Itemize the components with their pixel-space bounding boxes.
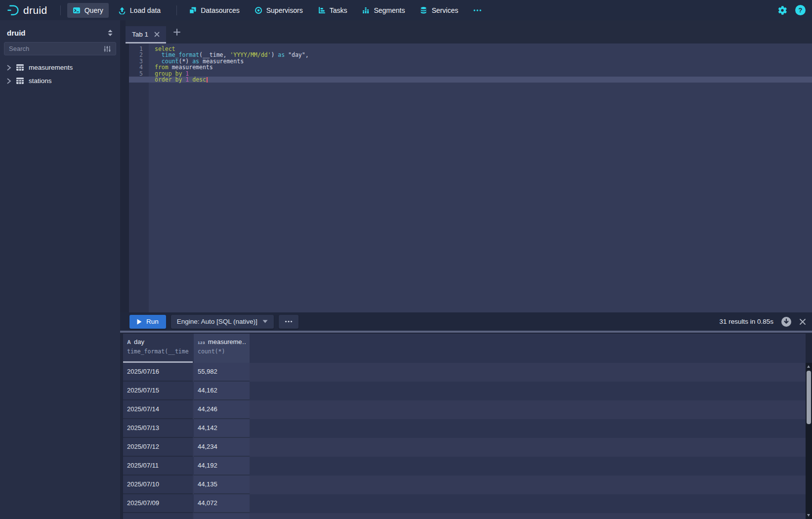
run-button-label: Run	[146, 318, 159, 325]
cell-day[interactable]: 2025/07/10	[123, 476, 193, 494]
line-number: 5	[129, 71, 149, 77]
tree-item-label: stations	[29, 77, 52, 85]
nav-item-tasks[interactable]: Tasks	[312, 3, 353, 18]
nav-item-supervisors[interactable]: Supervisors	[249, 3, 308, 18]
nav-divider	[176, 5, 177, 15]
nav-item-services[interactable]: Services	[414, 3, 464, 18]
text-cursor	[207, 77, 208, 83]
tab-tab1[interactable]: Tab 1	[126, 26, 166, 43]
code-line[interactable]: time_format(__time, 'YYYY/MM/dd') as "da…	[155, 52, 812, 58]
chevron-right-icon	[7, 65, 11, 71]
double-caret-vertical-icon[interactable]	[107, 29, 113, 37]
cell-day[interactable]: 2025/07/12	[123, 438, 193, 457]
column-name: measureme…	[208, 338, 246, 346]
nav-item-segments[interactable]: Segments	[356, 3, 410, 18]
code-line[interactable]: from measurements	[155, 64, 812, 70]
query-tab-bar: Tab 1	[126, 20, 812, 43]
cell-measurements[interactable]: 44,072	[194, 494, 250, 513]
cell-day[interactable]: 2025/07/15	[123, 382, 193, 400]
supervisors-icon	[255, 6, 262, 14]
cell-measurements[interactable]: 44,142	[194, 419, 250, 438]
tab-label: Tab 1	[132, 31, 148, 38]
cell-day[interactable]: 2025/07/14	[123, 400, 193, 419]
top-nav: druid Query Load data Dat	[0, 0, 812, 20]
logo-text: druid	[23, 4, 47, 16]
column-expression: count(*)	[198, 348, 246, 355]
more-dots-icon	[473, 9, 482, 12]
nav-item-datasources[interactable]: Datasources	[183, 3, 245, 18]
line-number: 4	[129, 64, 149, 70]
nav-item-load-data[interactable]: Load data	[113, 3, 166, 18]
table-row: 2025/07/0944,072	[123, 494, 806, 513]
druid-logo[interactable]: druid	[6, 3, 47, 17]
cell-day[interactable]	[123, 513, 193, 519]
more-dots-icon	[285, 320, 293, 323]
tab-close-icon[interactable]	[154, 32, 160, 37]
cell-measurements[interactable]: 44,162	[194, 382, 250, 400]
add-tab-button[interactable]	[173, 29, 180, 36]
cell-day[interactable]: 2025/07/11	[123, 457, 193, 476]
sidebar-item-measurements[interactable]: measurements	[0, 61, 120, 74]
schema-sidebar: druid	[0, 20, 120, 519]
code-line[interactable]: count(*) as measurements	[155, 58, 812, 64]
line-number: 1	[129, 46, 149, 52]
table-row: 2025/07/1144,192	[123, 457, 806, 476]
cell-measurements[interactable]: 44,234	[194, 438, 250, 457]
scrollbar-thumb[interactable]	[807, 371, 811, 424]
chevron-right-icon	[7, 78, 11, 84]
caret-down-icon	[262, 320, 268, 323]
segments-icon	[362, 6, 370, 14]
tasks-icon	[318, 6, 326, 14]
engine-label: Engine: Auto [SQL (native)]	[177, 318, 257, 325]
editor-code[interactable]: select time_format(__time, 'YYYY/MM/dd')…	[149, 43, 812, 312]
tree-item-label: measurements	[29, 64, 73, 71]
scroll-up-arrow[interactable]	[807, 365, 810, 368]
query-more-button[interactable]	[279, 315, 299, 329]
engine-select-button[interactable]: Engine: Auto [SQL (native)]	[171, 315, 274, 329]
filter-sliders-icon[interactable]	[103, 45, 111, 53]
cell-measurements[interactable]: 55,982	[194, 363, 250, 382]
editor-left-strip	[120, 43, 129, 312]
search-input[interactable]	[9, 45, 103, 52]
cell-measurements[interactable]	[194, 513, 250, 519]
run-button[interactable]: Run	[129, 315, 166, 329]
sidebar-item-stations[interactable]: stations	[0, 74, 120, 87]
scroll-down-arrow[interactable]	[807, 514, 810, 517]
nav-item-label: Load data	[130, 6, 161, 14]
nav-item-query[interactable]: Query	[67, 3, 109, 18]
cell-measurements[interactable]: 44,246	[194, 400, 250, 419]
services-icon	[420, 6, 427, 14]
code-line[interactable]: group by 1	[155, 71, 812, 77]
table-row: 2025/07/1344,142	[123, 419, 806, 438]
close-results-icon[interactable]	[799, 318, 806, 325]
results-scrollbar[interactable]	[806, 363, 812, 519]
download-icon[interactable]	[781, 316, 792, 327]
cell-day[interactable]: 2025/07/16	[123, 363, 193, 382]
column-header-measurements[interactable]: 123 measureme… count(*)	[194, 334, 250, 363]
schema-title: druid	[7, 29, 26, 37]
results-body: 2025/07/1655,9822025/07/1544,1622025/07/…	[123, 363, 806, 519]
table-row: 2025/07/1544,162	[123, 382, 806, 400]
line-number: 2	[129, 52, 149, 58]
editor-gutter: 123456	[129, 43, 149, 312]
nav-divider	[60, 5, 61, 15]
cell-measurements[interactable]: 44,135	[194, 476, 250, 494]
nav-item-label: Datasources	[201, 6, 240, 14]
column-header-day[interactable]: A day time_format(__time,…	[123, 334, 193, 363]
settings-gear-icon[interactable]	[777, 5, 787, 15]
nav-more-button[interactable]	[468, 5, 487, 15]
code-line[interactable]: order by 1 desc	[155, 77, 812, 83]
console-icon	[73, 6, 81, 14]
results-panel: A day time_format(__time,… 123 measureme…	[120, 333, 812, 519]
cell-day[interactable]: 2025/07/09	[123, 494, 193, 513]
table-row: 2025/07/1444,246	[123, 400, 806, 419]
nav-item-label: Supervisors	[266, 6, 303, 14]
cell-day[interactable]: 2025/07/13	[123, 419, 193, 438]
column-expression: time_format(__time,…	[127, 348, 189, 355]
druid-logo-icon	[6, 3, 20, 17]
sql-editor[interactable]: 123456 select time_format(__time, 'YYYY/…	[120, 43, 812, 312]
help-icon[interactable]: ?	[795, 5, 806, 15]
cell-measurements[interactable]: 44,192	[194, 457, 250, 476]
table-row: 2025/07/1655,982	[123, 363, 806, 382]
table-row	[123, 513, 806, 519]
